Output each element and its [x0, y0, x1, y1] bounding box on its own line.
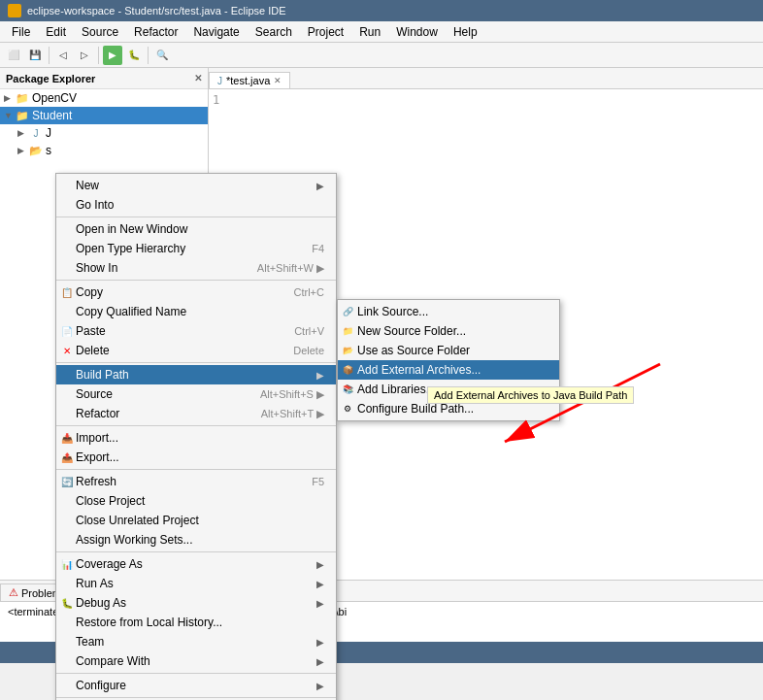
ctx-refresh-label: Refresh	[76, 475, 116, 488]
tree-arrow-s: ▶	[17, 146, 29, 155]
link-source-icon: 🔗	[341, 305, 354, 318]
menu-navigate[interactable]: Navigate	[185, 23, 247, 41]
tree-item-student[interactable]: ▼ 📁 Student	[0, 107, 208, 124]
ctx-refactor[interactable]: Refactor Alt+Shift+T ▶	[56, 404, 336, 423]
sub-add-external-archives[interactable]: 📦 Add External Archives...	[338, 360, 559, 380]
tree-item-s[interactable]: ▶ 📂 s	[0, 142, 208, 159]
menu-project[interactable]: Project	[300, 23, 351, 41]
ctx-compare-with-label: Compare With	[76, 654, 150, 668]
ctx-delete-shortcut: Delete	[293, 345, 324, 356]
import-icon: 📥	[60, 431, 74, 445]
ctx-debug-as[interactable]: 🐛 Debug As ▶	[56, 593, 336, 613]
ctx-configure-label: Configure	[76, 679, 126, 692]
sub-new-source-folder[interactable]: 📁 New Source Folder...	[338, 321, 559, 341]
toolbar-run[interactable]: ▶	[103, 46, 122, 65]
ctx-sep-4	[56, 425, 336, 426]
ctx-delete[interactable]: ✕ Delete Delete	[56, 341, 336, 360]
tree-item-opencv[interactable]: ▶ 📁 OpenCV	[0, 89, 208, 107]
line-number-1: 1	[213, 93, 219, 107]
tab-close-btn[interactable]: ✕	[274, 76, 282, 85]
ctx-copy-qualified[interactable]: Copy Qualified Name	[56, 302, 336, 321]
ctx-build-path-label: Build Path	[76, 368, 129, 382]
toolbar-new[interactable]: ⬜	[4, 46, 23, 65]
ctx-refresh[interactable]: 🔄 Refresh F5	[56, 472, 336, 491]
sub-add-external-archives-label: Add External Archives...	[357, 363, 481, 377]
ctx-configure[interactable]: Configure ▶	[56, 676, 336, 695]
ctx-run-as[interactable]: Run As ▶	[56, 574, 336, 593]
ctx-build-path-arrow: ▶	[316, 370, 324, 381]
tooltip-text: Add External Archives to Java Build Path	[434, 389, 627, 401]
toolbar-forward[interactable]: ▷	[75, 46, 94, 65]
ctx-show-in[interactable]: Show In Alt+Shift+W ▶	[56, 258, 336, 278]
menu-edit[interactable]: Edit	[38, 23, 74, 41]
menu-search[interactable]: Search	[248, 23, 300, 41]
sub-use-source-folder[interactable]: 📂 Use as Source Folder	[338, 341, 559, 360]
ctx-go-into[interactable]: Go Into	[56, 195, 336, 215]
toolbar-debug[interactable]: 🐛	[124, 46, 144, 65]
ctx-coverage-as[interactable]: 📊 Coverage As ▶	[56, 554, 336, 574]
export-icon: 📤	[60, 450, 74, 464]
java-icon-j: J	[29, 126, 43, 140]
ctx-source[interactable]: Source Alt+Shift+S ▶	[56, 384, 336, 404]
ctx-new[interactable]: New ▶	[56, 176, 336, 195]
menu-run[interactable]: Run	[351, 23, 388, 41]
main-layout: Package Explorer ✕ ▶ 📁 OpenCV ▼ 📁 Studen…	[0, 68, 763, 580]
ctx-debug-as-label: Debug As	[76, 596, 126, 610]
toolbar-save[interactable]: 💾	[25, 46, 45, 65]
ctx-coverage-as-label: Coverage As	[76, 557, 143, 571]
toolbar-sep-3	[148, 47, 149, 64]
ctx-export[interactable]: 📤 Export...	[56, 448, 336, 467]
ctx-copy-label: Copy	[76, 285, 103, 299]
ctx-import[interactable]: 📥 Import...	[56, 428, 336, 448]
package-explorer-close[interactable]: ✕	[194, 73, 202, 83]
debug-icon: 🐛	[60, 596, 74, 610]
ctx-close-project-label: Close Project	[76, 494, 145, 508]
project-icon-opencv: 📁	[16, 91, 29, 105]
new-source-icon: 📁	[341, 324, 354, 338]
ctx-new-label: New	[76, 179, 99, 192]
menu-bar: File Edit Source Refactor Navigate Searc…	[0, 21, 763, 43]
tree-label-s: s	[46, 144, 51, 157]
add-lib-icon: 📚	[341, 383, 354, 396]
ctx-run-as-label: Run As	[76, 577, 114, 590]
copy-icon: 📋	[60, 285, 74, 299]
ctx-copy[interactable]: 📋 Copy Ctrl+C	[56, 283, 336, 302]
editor-tab-test-java[interactable]: J *test.java ✕	[209, 72, 290, 88]
menu-window[interactable]: Window	[388, 23, 446, 41]
ctx-close-unrelated[interactable]: Close Unrelated Project	[56, 511, 336, 530]
paste-icon: 📄	[60, 324, 74, 338]
project-icon-student: 📁	[16, 109, 29, 122]
ctx-restore-history[interactable]: Restore from Local History...	[56, 613, 336, 632]
java-file-icon: J	[217, 76, 222, 86]
toolbar-back[interactable]: ◁	[53, 46, 73, 65]
toolbar-search[interactable]: 🔍	[152, 46, 172, 65]
ctx-refresh-shortcut: F5	[312, 476, 324, 487]
menu-help[interactable]: Help	[446, 23, 485, 41]
ctx-show-in-label: Show In	[76, 261, 117, 275]
tree-label-opencv: OpenCV	[32, 91, 77, 105]
ctx-paste[interactable]: 📄 Paste Ctrl+V	[56, 321, 336, 341]
coverage-icon: 📊	[60, 557, 74, 571]
package-explorer-header: Package Explorer ✕	[0, 68, 208, 89]
ctx-team[interactable]: Team ▶	[56, 632, 336, 651]
ctx-delete-label: Delete	[76, 344, 110, 357]
ctx-build-path[interactable]: Build Path ▶	[56, 365, 336, 384]
toolbar: ⬜ 💾 ◁ ▷ ▶ 🐛 🔍	[0, 43, 763, 68]
context-menu: New ▶ Go Into Open in New Window Open Ty…	[55, 173, 337, 700]
menu-file[interactable]: File	[4, 23, 38, 41]
ctx-open-new-window[interactable]: Open in New Window	[56, 219, 336, 239]
sub-link-source[interactable]: 🔗 Link Source...	[338, 302, 559, 321]
editor-tabs: J *test.java ✕	[209, 68, 763, 89]
ctx-paste-shortcut: Ctrl+V	[294, 325, 324, 337]
menu-refactor[interactable]: Refactor	[126, 23, 185, 41]
ctx-compare-with[interactable]: Compare With ▶	[56, 651, 336, 671]
ctx-assign-working-sets[interactable]: Assign Working Sets...	[56, 530, 336, 550]
tree-item-j[interactable]: ▶ J J	[0, 124, 208, 142]
delete-icon: ✕	[60, 344, 74, 357]
configure-build-icon: ⚙	[341, 402, 354, 416]
ctx-open-type-hierarchy[interactable]: Open Type Hierarchy F4	[56, 239, 336, 258]
title-bar: eclipse-workspace - Student/src/test.jav…	[0, 0, 763, 21]
ctx-close-project[interactable]: Close Project	[56, 491, 336, 511]
ctx-coverage-as-arrow: ▶	[316, 559, 324, 570]
menu-source[interactable]: Source	[74, 23, 126, 41]
